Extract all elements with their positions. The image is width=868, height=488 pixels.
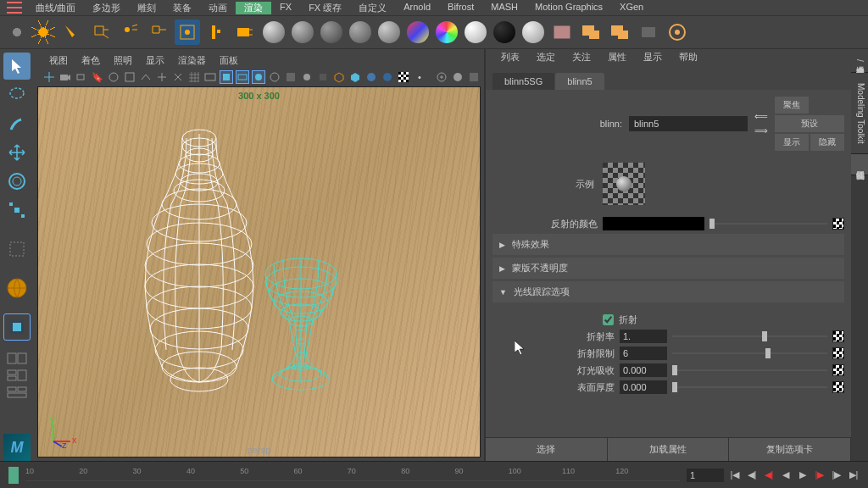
attr-menu-显示[interactable]: 显示: [635, 51, 670, 64]
vp-light-icon[interactable]: [300, 70, 314, 84]
vp-checker-icon[interactable]: [397, 70, 410, 84]
lasso-tool[interactable]: [3, 81, 31, 108]
vp-iso-icon[interactable]: [332, 70, 346, 84]
vp-res-icon[interactable]: [236, 70, 249, 84]
preset-button[interactable]: 预设: [775, 115, 844, 132]
current-frame-field[interactable]: [687, 469, 724, 482]
play-icon[interactable]: ▶: [797, 469, 809, 481]
section-fx[interactable]: ▶特殊效果: [492, 234, 844, 255]
shelf-settings-icon[interactable]: [7, 22, 27, 42]
menu-MASH[interactable]: MASH: [482, 2, 526, 14]
render-3-icon[interactable]: [607, 19, 632, 45]
vp-ms-icon[interactable]: [381, 70, 394, 84]
attr-menu-属性[interactable]: 属性: [599, 51, 635, 64]
ball-grey-icon[interactable]: [520, 19, 546, 45]
menu-FX[interactable]: FX: [271, 2, 300, 14]
vp-ao-icon[interactable]: [364, 70, 378, 84]
ball-2-icon[interactable]: [290, 19, 315, 45]
param-slider-3[interactable]: [672, 380, 827, 394]
reflected-color-chip[interactable]: [603, 217, 704, 230]
focus-button[interactable]: 聚焦: [775, 97, 809, 114]
step-back-icon[interactable]: ◀|: [763, 469, 775, 481]
snap-tool[interactable]: [3, 236, 31, 263]
vp-menu-渲染器[interactable]: 渲染器: [171, 54, 213, 67]
btn-复制选项卡[interactable]: 复制选项卡: [729, 438, 851, 461]
go-output-icon[interactable]: ⟹: [754, 125, 768, 136]
btn-加载属性[interactable]: 加载属性: [608, 438, 730, 461]
param-field-2[interactable]: [620, 363, 667, 377]
render-1-icon[interactable]: [549, 19, 575, 45]
menu-多边形[interactable]: 多边形: [84, 2, 129, 14]
vp-menu-着色[interactable]: 着色: [75, 54, 107, 67]
select-tool[interactable]: [3, 53, 31, 80]
vp-icon-9[interactable]: [171, 70, 185, 84]
step-back-key-icon[interactable]: ◀|: [746, 469, 758, 481]
step-fwd-key-icon[interactable]: |▶: [831, 469, 843, 481]
forward-end-icon[interactable]: ▶|: [848, 469, 860, 481]
menu-雕刻[interactable]: 雕刻: [129, 2, 164, 14]
menu-装备[interactable]: 装备: [164, 2, 200, 14]
time-slider[interactable]: 102030405060708090100110120: [25, 467, 680, 484]
menu-XGen[interactable]: XGen: [611, 2, 652, 14]
menu-渲染[interactable]: 渲染: [236, 2, 271, 14]
move-tool[interactable]: [3, 139, 31, 166]
ball-1-icon[interactable]: [261, 19, 287, 45]
render-4-icon[interactable]: [636, 19, 661, 45]
vp-tex-icon[interactable]: [284, 70, 298, 84]
show-button[interactable]: 显示: [775, 134, 809, 151]
vp-dot-icon[interactable]: •: [413, 70, 426, 84]
point-light-icon[interactable]: [117, 19, 142, 45]
menu-曲线/曲面[interactable]: 曲线/曲面: [27, 2, 84, 14]
refraction-checkbox[interactable]: [603, 314, 614, 325]
right-tab-1[interactable]: Modeling Toolkit: [851, 73, 868, 155]
menu-Arnold[interactable]: Arnold: [395, 2, 439, 14]
material-swatch[interactable]: [603, 163, 645, 205]
node-name-field[interactable]: [629, 116, 748, 131]
param-slider-2[interactable]: [672, 363, 827, 377]
time-marker[interactable]: [8, 467, 19, 484]
vp-icon-1[interactable]: [42, 70, 56, 84]
section-matte[interactable]: ▶蒙版不透明度: [492, 258, 844, 279]
reflected-color-map[interactable]: [832, 218, 844, 230]
spot-light-icon[interactable]: [59, 19, 85, 45]
param-slider-1[interactable]: [672, 347, 827, 360]
directional-light-icon[interactable]: [146, 19, 171, 45]
attr-menu-帮助[interactable]: 帮助: [670, 51, 706, 64]
rotate-tool[interactable]: [3, 168, 31, 195]
step-fwd-icon[interactable]: |▶: [814, 469, 826, 481]
vp-icon-6[interactable]: [123, 70, 136, 84]
vp-rgb-icon[interactable]: [467, 70, 481, 84]
grid-2-tool[interactable]: [3, 368, 31, 383]
vp-shadow-icon[interactable]: [316, 70, 330, 84]
section-raytrace[interactable]: ▼光线跟踪选项: [492, 281, 844, 302]
vp-xray-icon[interactable]: [348, 70, 362, 84]
attr-menu-关注[interactable]: 关注: [564, 51, 599, 64]
right-tab-2[interactable]: 属性编辑器: [851, 154, 868, 175]
menu-自定义[interactable]: 自定义: [350, 2, 395, 14]
viewport-3d[interactable]: 300 x 300: [37, 86, 481, 458]
vp-gate-icon[interactable]: [220, 70, 233, 84]
menu-动画[interactable]: 动画: [200, 2, 236, 14]
vp-menu-照明[interactable]: 照明: [107, 54, 139, 67]
globe-tool[interactable]: [3, 274, 31, 302]
vp-icon-5[interactable]: [107, 70, 120, 84]
hide-button[interactable]: 隐藏: [810, 134, 844, 151]
param-map-2[interactable]: [832, 364, 844, 376]
param-map-3[interactable]: [832, 381, 844, 393]
sun-icon[interactable]: [31, 19, 56, 45]
param-field-3[interactable]: [620, 380, 667, 394]
menu-FX 缓存[interactable]: FX 缓存: [300, 2, 350, 14]
vp-camera-icon[interactable]: [58, 70, 72, 84]
ball-3-icon[interactable]: [319, 19, 344, 45]
vp-icon-3[interactable]: [75, 70, 88, 84]
ball-white-icon[interactable]: [463, 19, 488, 45]
vp-bookmark-icon[interactable]: 🔖: [91, 70, 104, 84]
go-input-icon[interactable]: ⟸: [754, 111, 768, 122]
ball-4-icon[interactable]: [348, 19, 373, 45]
vp-menu-视图[interactable]: 视图: [42, 54, 75, 67]
vp-menu-显示[interactable]: 显示: [139, 54, 171, 67]
attr-menu-选定[interactable]: 选定: [528, 51, 564, 64]
vp-exp-icon[interactable]: [435, 70, 448, 84]
vp-icon-7[interactable]: [139, 70, 153, 84]
light-1-icon[interactable]: [203, 19, 229, 45]
